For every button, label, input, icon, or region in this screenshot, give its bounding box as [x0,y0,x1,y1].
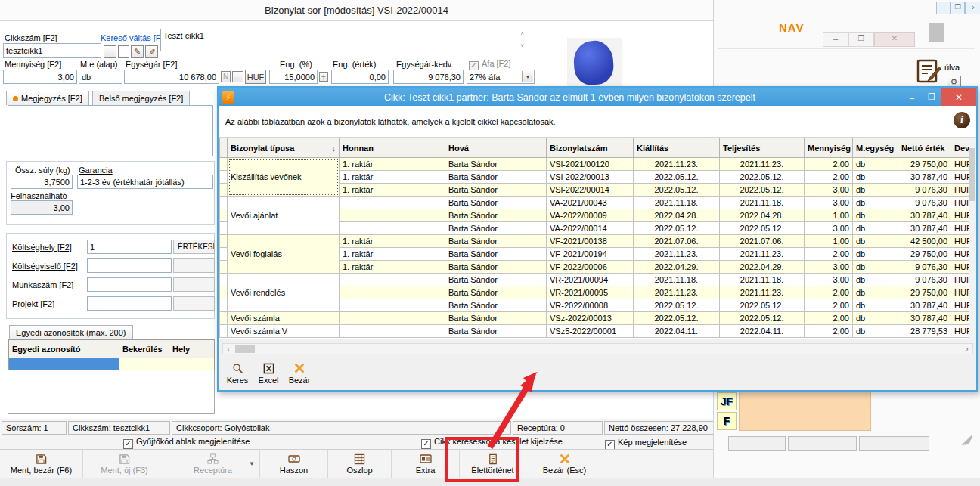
doc-cell[interactable]: Barta Sándor [445,261,547,274]
doc-cell[interactable]: VF-2022/00006 [547,261,634,274]
row-selector[interactable] [220,197,228,209]
doc-cell[interactable]: 1,00 [805,235,853,248]
doc-cell[interactable]: 2022.04.28. [720,209,805,222]
doc-cell[interactable] [340,312,445,325]
doc-cell[interactable]: 1,00 [805,209,853,222]
doc-cell[interactable]: 30 787,40 [898,222,951,235]
n-button[interactable]: N [221,71,231,82]
kep-megjelenites-checkbox[interactable]: ✓Kép megjelenítése [605,438,687,450]
doc-cell[interactable]: 2021.11.23. [634,286,720,299]
doc-cell[interactable]: VA-2022/00009 [547,209,634,222]
doc-cell[interactable]: 1. raktár [340,184,445,197]
doc-column-header[interactable]: Bizonylatszám [547,138,634,158]
me-alap-input[interactable]: db [79,70,122,84]
doc-cell[interactable]: 29 750,00 [898,158,951,171]
doc-cell[interactable]: VA-2022/00014 [547,222,634,235]
doc-cell[interactable]: 3,00 [805,274,853,286]
outer-minimize-button[interactable]: – [936,2,951,14]
doc-cell[interactable]: db [853,274,898,286]
doc-cell[interactable]: Barta Sándor [445,197,547,209]
doc-cell[interactable]: 2021.11.18. [720,197,805,209]
currency-button[interactable]: HUF [245,70,266,84]
haszon-button[interactable]: Haszon [260,450,328,478]
doc-cell[interactable]: 2022.05.12. [634,222,720,235]
doc-cell[interactable]: 2022.04.29. [720,261,805,274]
excel-button[interactable]: Excel [253,358,284,389]
doc-cell[interactable]: Barta Sándor [445,222,547,235]
koltseghely-input[interactable]: 1 [87,240,172,254]
f-button[interactable]: F [717,412,737,430]
doc-cell[interactable]: VSz-2022/00013 [547,312,634,325]
doc-cell[interactable]: 3,00 [805,197,853,209]
egyedi-header-bekerules[interactable]: Bekerülés [119,340,169,358]
doc-cell[interactable]: 2022.05.12. [720,171,805,184]
doc-cell[interactable]: db [853,286,898,299]
receptura-button[interactable]: Receptúra ▼ [166,450,260,478]
doc-cell[interactable] [340,325,445,338]
bg-minimize-button[interactable]: – [823,32,848,47]
doc-cell[interactable]: 28 779,53 [898,325,951,338]
doc-cell[interactable]: 9 076,30 [898,184,951,197]
egyedi-cell-selected[interactable] [9,358,119,370]
egyedi-row[interactable] [9,358,215,370]
cikkszam-lookup-button[interactable]: ... [104,45,116,58]
doc-cell[interactable]: db [853,235,898,248]
jf-button[interactable]: JF [717,392,737,410]
scroll-right-icon[interactable]: › [962,344,972,354]
doc-cell[interactable]: HUF [951,248,970,261]
doc-cell[interactable]: 29 750,00 [898,248,951,261]
doc-cell[interactable]: 2,00 [805,158,853,171]
info-icon[interactable]: i [954,112,970,128]
munkaszam-input[interactable] [87,277,172,292]
compose-icon[interactable] [916,57,942,83]
doc-column-header[interactable]: Devizanem [951,138,970,158]
doc-cell[interactable]: db [853,299,898,312]
doc-cell[interactable]: db [853,248,898,261]
doc-column-header[interactable]: Mennyiség [805,138,853,158]
doc-cell[interactable]: 2021.11.23. [720,158,805,171]
doc-cell[interactable]: VSz5-2022/00001 [547,325,634,338]
doc-cell[interactable]: HUF [951,171,970,184]
row-selector[interactable] [220,312,228,325]
row-selector[interactable] [220,274,228,286]
row-selector[interactable] [220,222,228,235]
doc-cell[interactable]: 2022.05.12. [634,171,720,184]
bg-close-button[interactable]: ✕ [874,32,915,47]
doc-cell[interactable]: VA-2021/00043 [547,197,634,209]
doc-cell[interactable]: 1. raktár [340,235,445,248]
doc-cell[interactable]: HUF [951,299,970,312]
row-selector[interactable] [220,171,228,184]
cikk-kereses-checkbox[interactable]: ✓Cikk kereséskor a készlet kijelzése [421,437,563,449]
doc-cell[interactable]: 2022.05.12. [720,299,805,312]
doc-cell[interactable]: 2022.05.12. [634,312,720,325]
popup-maximize-button[interactable]: ❒ [922,90,941,104]
doc-cell[interactable]: HUF [951,286,970,299]
projekt-input[interactable] [87,296,172,311]
doc-cell[interactable]: 9 076,30 [898,197,951,209]
doc-cell[interactable]: HUF [951,261,970,274]
doc-column-header[interactable]: Kiállítás [634,138,720,158]
row-selector[interactable] [220,209,228,222]
doc-cell[interactable]: db [853,197,898,209]
doc-cell[interactable]: 9 076,30 [898,274,951,286]
doc-cell[interactable]: HUF [951,325,970,338]
doc-cell[interactable]: db [853,325,898,338]
doc-cell[interactable]: 2021.11.23. [720,248,805,261]
egysegar-kedv-input[interactable]: 9 076,30 [393,70,464,84]
doc-column-header[interactable]: Teljesítés [720,138,805,158]
doc-cell[interactable]: 30 787,40 [898,209,951,222]
doc-cell[interactable]: 29 750,00 [898,286,951,299]
doc-cell[interactable]: 1. raktár [340,158,445,171]
table-row[interactable]: Vevői számla VBarta SándorVSz5-2022/0000… [220,325,970,338]
doc-cell[interactable]: db [853,209,898,222]
doc-cell[interactable]: 2022.05.12. [720,184,805,197]
description-scroll-down-icon[interactable]: ∨ [520,42,524,48]
doc-cell[interactable]: VSl-2022/00014 [547,184,634,197]
table-row[interactable]: Vevői számlaBarta SándorVSz-2022/0001320… [220,312,970,325]
doc-cell[interactable]: 2,00 [805,248,853,261]
doc-cell[interactable]: 9 076,30 [898,261,951,274]
egyedi-header-hely[interactable]: Hely [169,340,215,358]
doc-cell[interactable]: 2021.11.18. [634,274,720,286]
row-selector[interactable] [220,248,228,261]
doc-cell[interactable]: Barta Sándor [445,299,547,312]
